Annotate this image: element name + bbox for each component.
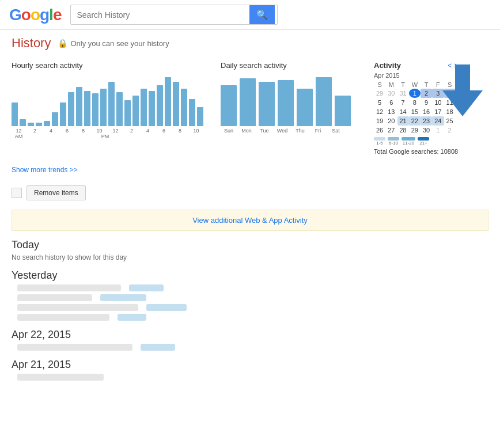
daily-bar <box>297 89 313 126</box>
hourly-bar <box>36 123 42 126</box>
hourly-bar <box>12 102 18 126</box>
hourly-sublabel: AM <box>12 134 26 139</box>
history-item <box>12 374 488 381</box>
daily-label: Sun <box>221 128 237 134</box>
hourly-label: 4 <box>44 128 58 134</box>
search-icon: 🔍 <box>256 10 268 20</box>
search-button[interactable]: 🔍 <box>249 5 275 24</box>
legend-item: 1-5 <box>374 137 385 146</box>
lock-icon: 🔒 <box>58 39 67 48</box>
hourly-label: 10 <box>92 128 107 134</box>
search-input[interactable] <box>71 7 249 23</box>
cal-day[interactable]: 16 <box>421 107 432 116</box>
select-all-checkbox[interactable] <box>12 188 22 198</box>
hourly-label: 8 <box>173 128 187 134</box>
hourly-label: 6 <box>157 128 171 134</box>
cal-day-header: S <box>374 81 385 89</box>
blurred-link <box>141 344 175 351</box>
hourly-bar <box>28 123 34 126</box>
cal-day[interactable]: 30 <box>421 126 432 135</box>
hourly-bar <box>44 121 50 126</box>
cal-day[interactable]: 2 <box>444 126 456 135</box>
cal-day[interactable]: 23 <box>421 116 432 126</box>
cal-day[interactable]: 1 <box>432 126 444 135</box>
hourly-bar <box>197 107 203 126</box>
hourly-label: 8 <box>76 128 90 134</box>
cal-day[interactable]: 20 <box>385 116 397 126</box>
cal-day[interactable]: 29 <box>374 89 385 98</box>
cal-day[interactable]: 5 <box>374 98 385 107</box>
cal-day[interactable]: 2 <box>421 89 432 98</box>
blurred-title <box>17 284 121 291</box>
legend-item: 6-10 <box>388 137 399 146</box>
legend-label: 6-10 <box>389 141 398 146</box>
cal-day-header: W <box>409 81 421 89</box>
daily-bar <box>316 77 332 126</box>
hourly-sublabel <box>141 134 156 139</box>
hourly-label: 4 <box>141 128 155 134</box>
cal-day[interactable]: 22 <box>409 116 421 126</box>
cal-day[interactable]: 9 <box>421 98 432 107</box>
daily-bars <box>221 74 351 126</box>
cal-day[interactable]: 6 <box>385 98 397 107</box>
blurred-link <box>118 314 146 321</box>
cal-day[interactable]: 15 <box>409 107 421 116</box>
cal-day[interactable]: 12 <box>374 107 385 116</box>
blurred-link <box>146 304 187 311</box>
hourly-bar <box>68 92 74 126</box>
cal-day[interactable]: 14 <box>397 107 409 116</box>
blurred-title <box>17 374 104 381</box>
daily-bar <box>335 96 351 126</box>
cal-day[interactable]: 13 <box>385 107 397 116</box>
cal-day[interactable]: 8 <box>409 98 421 107</box>
legend-label: 11-20 <box>403 141 414 146</box>
hourly-bar <box>189 99 195 126</box>
legend-label: 1-5 <box>376 141 383 146</box>
blurred-title <box>17 314 109 321</box>
cal-day[interactable]: 19 <box>374 116 385 126</box>
day-header: Today <box>12 239 488 251</box>
blurred-title <box>17 304 138 311</box>
hourly-sublabel <box>170 134 184 139</box>
hourly-bar <box>141 89 147 126</box>
legend-item: 21+ <box>418 137 429 146</box>
google-logo: Google <box>9 6 61 24</box>
cal-day[interactable]: 29 <box>409 126 421 135</box>
history-item <box>12 294 488 301</box>
daily-chart: Daily search activity SunMonTueWedThuFri… <box>221 61 351 134</box>
cal-day[interactable]: 26 <box>374 126 385 135</box>
history-item <box>12 284 488 291</box>
cal-day[interactable]: 24 <box>432 116 444 126</box>
cal-day[interactable]: 31 <box>397 89 409 98</box>
hourly-bar <box>84 91 90 126</box>
daily-label: Wed <box>274 128 290 134</box>
cal-day-header: T <box>421 81 432 89</box>
cal-day[interactable]: 7 <box>397 98 409 107</box>
hourly-bar <box>20 119 26 126</box>
cal-day[interactable]: 27 <box>385 126 397 135</box>
show-more-trends[interactable]: Show more trends >> <box>12 166 78 174</box>
hourly-bar <box>52 112 58 126</box>
hourly-bar <box>157 85 163 126</box>
hourly-bars <box>12 74 203 126</box>
activity-link[interactable]: View additional Web & App Activity <box>192 216 308 225</box>
hourly-label: 12 <box>12 128 26 134</box>
legend-label: 21+ <box>419 141 427 146</box>
hourly-sublabel <box>69 134 84 139</box>
hourly-bar <box>132 96 139 126</box>
daily-label: Mon <box>238 128 255 134</box>
cal-day[interactable]: 21 <box>397 116 409 126</box>
cal-day[interactable]: 1 <box>409 89 421 98</box>
total-searches: Total Google searches: 10808 <box>374 148 458 155</box>
blurred-title <box>17 294 92 301</box>
no-history-text: No search history to show for this day <box>12 253 488 261</box>
hourly-sublabel <box>55 134 69 139</box>
hourly-bar <box>60 102 66 126</box>
cal-day[interactable]: 25 <box>444 116 456 126</box>
cal-day[interactable]: 30 <box>385 89 397 98</box>
arrow-icon <box>442 64 483 116</box>
daily-label: Tue <box>256 128 272 134</box>
cal-day[interactable]: 28 <box>397 126 409 135</box>
remove-items-button[interactable]: Remove items <box>26 185 86 200</box>
calendar-title: Activity <box>374 61 401 70</box>
